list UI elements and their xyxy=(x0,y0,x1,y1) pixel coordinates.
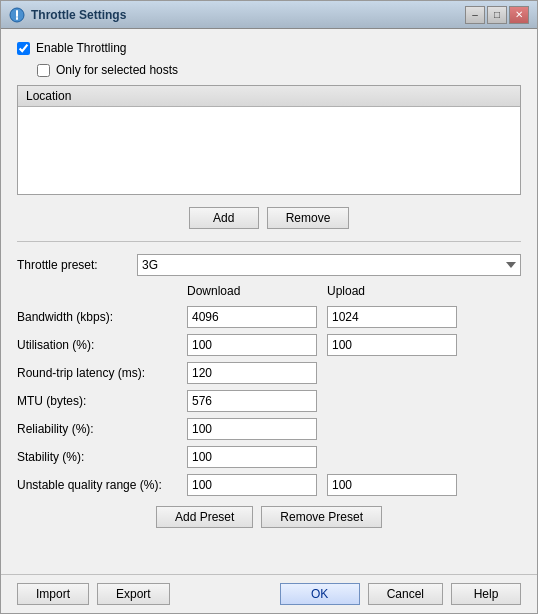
utilisation-upload-input[interactable] xyxy=(327,334,457,356)
main-window: Throttle Settings – □ ✕ Enable Throttlin… xyxy=(0,0,538,614)
enable-throttling-label[interactable]: Enable Throttling xyxy=(36,41,127,55)
latency-input[interactable] xyxy=(187,362,317,384)
latency-label: Round-trip latency (ms): xyxy=(17,366,187,380)
import-button[interactable]: Import xyxy=(17,583,89,605)
maximize-button[interactable]: □ xyxy=(487,6,507,24)
throttle-settings-section: Throttle preset: 3G 2G GPRS Dial-up Cust… xyxy=(17,254,521,528)
unstable-quality-row: Unstable quality range (%): xyxy=(17,474,521,496)
window-title: Throttle Settings xyxy=(31,8,126,22)
hosts-table: Location xyxy=(17,85,521,195)
throttle-preset-select[interactable]: 3G 2G GPRS Dial-up Custom xyxy=(137,254,521,276)
reliability-input[interactable] xyxy=(187,418,317,440)
preset-buttons: Add Preset Remove Preset xyxy=(17,506,521,528)
add-preset-button[interactable]: Add Preset xyxy=(156,506,253,528)
table-buttons: Add Remove xyxy=(17,207,521,229)
title-bar: Throttle Settings – □ ✕ xyxy=(1,1,537,29)
remove-host-button[interactable]: Remove xyxy=(267,207,350,229)
preset-row: Throttle preset: 3G 2G GPRS Dial-up Cust… xyxy=(17,254,521,276)
mtu-label: MTU (bytes): xyxy=(17,394,187,408)
table-body xyxy=(18,107,520,194)
enable-throttling-row: Enable Throttling xyxy=(17,41,521,55)
unstable-quality-upload-input[interactable] xyxy=(327,474,457,496)
mtu-input[interactable] xyxy=(187,390,317,412)
remove-preset-button[interactable]: Remove Preset xyxy=(261,506,382,528)
bandwidth-download-input[interactable] xyxy=(187,306,317,328)
only-selected-hosts-row: Only for selected hosts xyxy=(37,63,521,77)
ok-button[interactable]: OK xyxy=(280,583,360,605)
title-bar-left: Throttle Settings xyxy=(9,7,126,23)
stability-label: Stability (%): xyxy=(17,450,187,464)
divider xyxy=(17,241,521,242)
footer-left: Import Export xyxy=(17,583,170,605)
cancel-button[interactable]: Cancel xyxy=(368,583,443,605)
latency-row: Round-trip latency (ms): xyxy=(17,362,521,384)
only-selected-hosts-label[interactable]: Only for selected hosts xyxy=(56,63,178,77)
utilisation-label: Utilisation (%): xyxy=(17,338,187,352)
reliability-label: Reliability (%): xyxy=(17,422,187,436)
footer: Import Export OK Cancel Help xyxy=(1,574,537,613)
stability-input[interactable] xyxy=(187,446,317,468)
minimize-button[interactable]: – xyxy=(465,6,485,24)
utilisation-row: Utilisation (%): xyxy=(17,334,521,356)
export-button[interactable]: Export xyxy=(97,583,170,605)
unstable-quality-label: Unstable quality range (%): xyxy=(17,478,187,492)
reliability-row: Reliability (%): xyxy=(17,418,521,440)
bandwidth-row: Bandwidth (kbps): xyxy=(17,306,521,328)
help-button[interactable]: Help xyxy=(451,583,521,605)
close-button[interactable]: ✕ xyxy=(509,6,529,24)
add-host-button[interactable]: Add xyxy=(189,207,259,229)
only-selected-hosts-checkbox[interactable] xyxy=(37,64,50,77)
grid-headers: Download Upload xyxy=(187,282,521,300)
upload-header: Upload xyxy=(327,282,457,300)
window-icon xyxy=(9,7,25,23)
bandwidth-upload-input[interactable] xyxy=(327,306,457,328)
enable-throttling-checkbox[interactable] xyxy=(17,42,30,55)
bandwidth-label: Bandwidth (kbps): xyxy=(17,310,187,324)
unstable-quality-download-input[interactable] xyxy=(187,474,317,496)
content-area: Enable Throttling Only for selected host… xyxy=(1,29,537,574)
throttle-preset-label: Throttle preset: xyxy=(17,258,127,272)
utilisation-download-input[interactable] xyxy=(187,334,317,356)
stability-row: Stability (%): xyxy=(17,446,521,468)
mtu-row: MTU (bytes): xyxy=(17,390,521,412)
table-location-header: Location xyxy=(18,86,520,107)
title-buttons: – □ ✕ xyxy=(465,6,529,24)
footer-right: OK Cancel Help xyxy=(280,583,521,605)
download-header: Download xyxy=(187,282,327,300)
